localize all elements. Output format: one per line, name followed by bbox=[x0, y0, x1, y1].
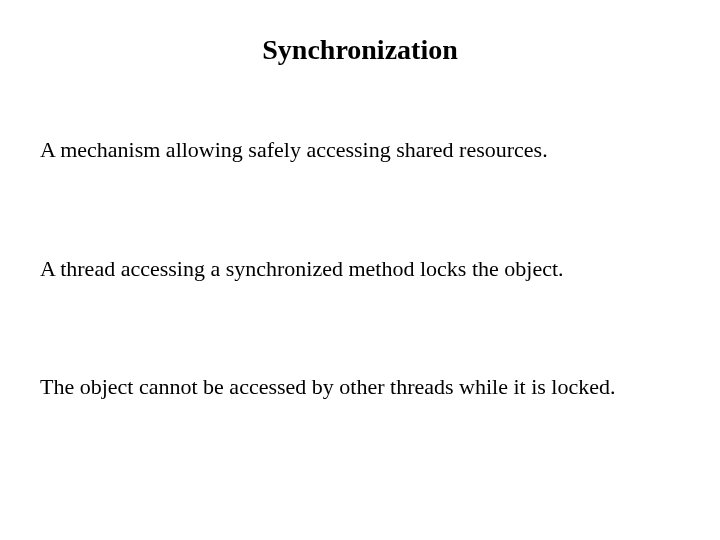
slide-title: Synchronization bbox=[40, 34, 680, 66]
paragraph-3: The object cannot be accessed by other t… bbox=[40, 373, 680, 402]
slide-container: Synchronization A mechanism allowing saf… bbox=[0, 0, 720, 540]
paragraph-2: A thread accessing a synchronized method… bbox=[40, 255, 680, 284]
paragraph-1: A mechanism allowing safely accessing sh… bbox=[40, 136, 680, 165]
